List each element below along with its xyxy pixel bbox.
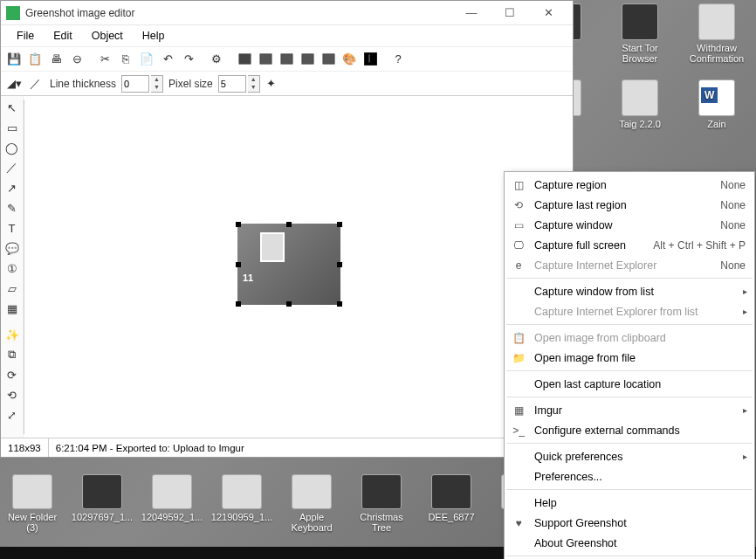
copy-icon[interactable]: ⎘ bbox=[116, 50, 135, 69]
canvas-area[interactable]: 11 bbox=[24, 100, 569, 434]
excel-icon[interactable] bbox=[319, 50, 338, 69]
menu-help[interactable]: Help bbox=[134, 28, 174, 44]
menu-item[interactable]: ⟲Capture last regionNone bbox=[505, 195, 754, 215]
counter-tool-icon[interactable]: ① bbox=[3, 259, 22, 278]
window-title: Greenshot image editor bbox=[25, 7, 452, 19]
speech-tool-icon[interactable]: 💬 bbox=[3, 238, 22, 258]
cut-icon[interactable]: ✂ bbox=[95, 50, 114, 69]
tray-context-menu: ◫Capture regionNone⟲Capture last regionN… bbox=[504, 171, 755, 559]
paste-icon[interactable]: 📄 bbox=[137, 50, 156, 69]
menu-label: Capture window bbox=[534, 219, 720, 231]
menu-item[interactable]: ♥Support Greenshot bbox=[505, 513, 754, 533]
desktop-icon[interactable]: 12049592_1... bbox=[143, 474, 201, 533]
menu-item[interactable]: >_Configure external commands bbox=[505, 420, 754, 440]
minimize-button[interactable]: — bbox=[452, 2, 491, 24]
menu-item[interactable]: ▦Imgur bbox=[505, 400, 754, 420]
shadow-icon[interactable]: ✦ bbox=[262, 74, 281, 93]
effects-tool-icon[interactable]: ✨ bbox=[3, 325, 22, 344]
menu-item[interactable]: Open last capture location bbox=[505, 374, 754, 394]
menu-label: Open image from file bbox=[534, 352, 746, 364]
line-thickness-input[interactable] bbox=[121, 75, 149, 93]
paint-icon[interactable]: 🎨 bbox=[340, 50, 359, 69]
svg-text:i: i bbox=[368, 54, 369, 64]
menu-edit[interactable]: Edit bbox=[45, 28, 81, 44]
line-tool-icon[interactable]: ／ bbox=[3, 158, 22, 177]
selected-image[interactable]: 11 bbox=[237, 224, 340, 305]
delete-icon[interactable]: ⊖ bbox=[67, 50, 86, 69]
fill-color-icon[interactable]: ◢▾ bbox=[4, 74, 24, 93]
menu-item[interactable]: ◫Capture regionNone bbox=[505, 175, 754, 195]
close-button[interactable]: ✕ bbox=[529, 2, 567, 24]
menu-icon bbox=[510, 536, 527, 550]
arrow-tool-icon[interactable]: ↗ bbox=[3, 178, 22, 197]
menu-label: Capture full screen bbox=[534, 239, 653, 252]
properties-toolbar: ◢▾ ／ Line thickness ▲▼ Pixel size ▲▼ ✦ bbox=[1, 71, 573, 95]
app-icon bbox=[6, 6, 20, 20]
undo-icon[interactable]: ↶ bbox=[158, 50, 177, 69]
highlight-tool-icon[interactable]: ▱ bbox=[3, 279, 22, 298]
menu-item[interactable]: About Greenshot bbox=[505, 533, 754, 553]
menu-label: Help bbox=[534, 497, 746, 509]
menu-label: Configure external commands bbox=[534, 424, 746, 437]
line-thickness-spinner[interactable]: ▲▼ bbox=[151, 75, 163, 93]
save-icon[interactable]: 💾 bbox=[4, 50, 24, 69]
pixel-size-spinner[interactable]: ▲▼ bbox=[248, 75, 260, 93]
pixel-size-input[interactable] bbox=[218, 75, 246, 93]
titlebar[interactable]: Greenshot image editor — ☐ ✕ bbox=[1, 1, 573, 25]
desktop-icon[interactable]: ChristmasTree bbox=[353, 474, 410, 533]
menu-item[interactable]: Help bbox=[505, 493, 754, 513]
obfuscate-tool-icon[interactable]: ▦ bbox=[3, 299, 22, 318]
cursor-tool-icon[interactable]: ↖ bbox=[3, 98, 22, 117]
clipboard-icon[interactable]: 📋 bbox=[25, 50, 45, 69]
statusbar: 118x93 6:21:04 PM - Exported to: Upload … bbox=[1, 438, 573, 457]
rotate-ccw-icon[interactable]: ⟲ bbox=[3, 385, 22, 404]
desktop-icon[interactable]: Start TorBrowser bbox=[611, 3, 669, 64]
menu-icon bbox=[510, 305, 527, 319]
menu-item[interactable]: Capture window from list bbox=[505, 281, 754, 301]
freehand-tool-icon[interactable]: ✎ bbox=[3, 198, 22, 217]
menu-icon: ♥ bbox=[510, 516, 527, 530]
rect-tool-icon[interactable]: ▭ bbox=[3, 118, 22, 137]
line-color-icon[interactable]: ／ bbox=[25, 74, 45, 93]
menu-file[interactable]: File bbox=[8, 28, 43, 44]
menu-label: Capture Internet Explorer from list bbox=[534, 306, 746, 318]
outlook-icon[interactable] bbox=[235, 50, 254, 69]
desktop-icon[interactable]: New Folder(3) bbox=[3, 474, 61, 533]
menu-object[interactable]: Object bbox=[83, 28, 132, 44]
rotate-cw-icon[interactable]: ⟳ bbox=[3, 365, 22, 384]
desktop-icon[interactable]: 12190959_1... bbox=[213, 474, 271, 533]
menu-item[interactable]: 📁Open image from file bbox=[505, 348, 754, 368]
word-icon[interactable] bbox=[298, 50, 317, 69]
greenshot-editor-window: Greenshot image editor — ☐ ✕ File Edit O… bbox=[0, 0, 574, 458]
crop-tool-icon[interactable]: ⧉ bbox=[3, 345, 22, 364]
menu-icon: ◫ bbox=[510, 178, 527, 192]
desktop-icon[interactable]: Zain bbox=[688, 79, 746, 129]
redo-icon[interactable]: ↷ bbox=[179, 50, 198, 69]
maximize-button[interactable]: ☐ bbox=[491, 2, 529, 24]
imgur-icon[interactable]: i bbox=[361, 50, 380, 69]
menu-label: Capture last region bbox=[534, 199, 720, 211]
powerpoint-icon[interactable] bbox=[277, 50, 296, 69]
menu-item[interactable]: ▭Capture windowNone bbox=[505, 215, 754, 235]
menu-item[interactable]: Preferences... bbox=[505, 466, 754, 487]
menu-item[interactable]: Quick preferences bbox=[505, 446, 754, 466]
svg-rect-3 bbox=[301, 54, 313, 64]
menu-icon: 📋 bbox=[510, 331, 527, 345]
help-icon[interactable]: ? bbox=[388, 50, 408, 69]
onenote-icon[interactable] bbox=[256, 50, 275, 69]
text-tool-icon[interactable]: T bbox=[3, 218, 22, 238]
menu-icon bbox=[510, 470, 527, 484]
menu-shortcut: None bbox=[720, 179, 746, 191]
desktop-icon[interactable]: AppleKeyboard bbox=[283, 474, 340, 533]
menu-item: eCapture Internet ExplorerNone bbox=[505, 255, 754, 275]
resize-icon[interactable]: ⤢ bbox=[3, 405, 22, 424]
ellipse-tool-icon[interactable]: ◯ bbox=[3, 138, 22, 157]
desktop-icon[interactable]: 10297697_1... bbox=[73, 474, 131, 533]
menu-item[interactable]: 🖵Capture full screenAlt + Ctrl + Shift +… bbox=[505, 235, 754, 255]
print-icon[interactable]: 🖶 bbox=[46, 50, 65, 69]
desktop-icon[interactable]: DEE_6877 bbox=[423, 474, 480, 533]
settings-icon[interactable]: ⚙ bbox=[207, 50, 226, 69]
desktop-icon[interactable]: WithdrawConfirmation bbox=[688, 3, 746, 64]
desktop-icon[interactable]: Taig 2.2.0 bbox=[611, 79, 669, 129]
menu-icon: ▦ bbox=[510, 404, 527, 418]
